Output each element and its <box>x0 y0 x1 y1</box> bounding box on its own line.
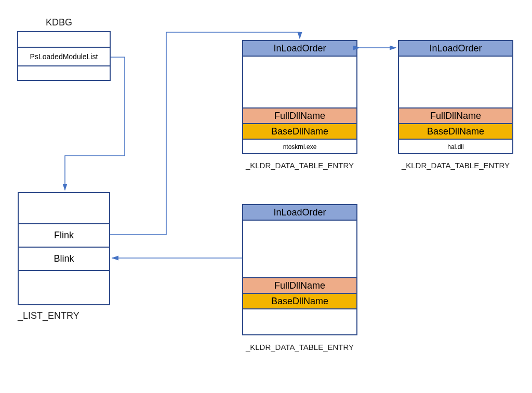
kldr-entry-2: InLoadOrder FullDllName BaseDllName <box>242 204 357 335</box>
list-entry-struct: Flink Blink <box>18 192 110 305</box>
kldr1-file: hal.dll <box>399 140 512 154</box>
list-entry-type-label: _LIST_ENTRY <box>18 310 79 321</box>
kldr2-fulldll: FullDllName <box>243 278 356 294</box>
kldr2-file <box>243 309 356 334</box>
kdbg-title: KDBG <box>46 17 72 28</box>
kldr0-type-label: _KLDR_DATA_TABLE_ENTRY <box>242 161 357 170</box>
list-entry-blink: Blink <box>19 248 109 271</box>
kldr0-basedll: BaseDllName <box>243 124 356 140</box>
kdbg-field: PsLoadedModuleList <box>18 48 110 66</box>
kldr-entry-0: InLoadOrder FullDllName BaseDllName ntos… <box>242 40 357 154</box>
kldr0-fulldll: FullDllName <box>243 109 356 124</box>
kdbg-struct: PsLoadedModuleList <box>17 31 111 81</box>
kldr2-basedll: BaseDllName <box>243 294 356 309</box>
kldr0-file: ntoskrnl.exe <box>243 140 356 154</box>
kldr-entry-1: InLoadOrder FullDllName BaseDllName hal.… <box>398 40 513 154</box>
kldr2-header: InLoadOrder <box>243 205 356 221</box>
kldr0-header: InLoadOrder <box>243 41 356 57</box>
list-entry-flink: Flink <box>19 224 109 248</box>
kldr1-type-label: _KLDR_DATA_TABLE_ENTRY <box>398 161 513 170</box>
kldr1-header: InLoadOrder <box>399 41 512 57</box>
kldr1-basedll: BaseDllName <box>399 124 512 140</box>
kldr2-type-label: _KLDR_DATA_TABLE_ENTRY <box>242 343 357 351</box>
kldr1-fulldll: FullDllName <box>399 109 512 124</box>
